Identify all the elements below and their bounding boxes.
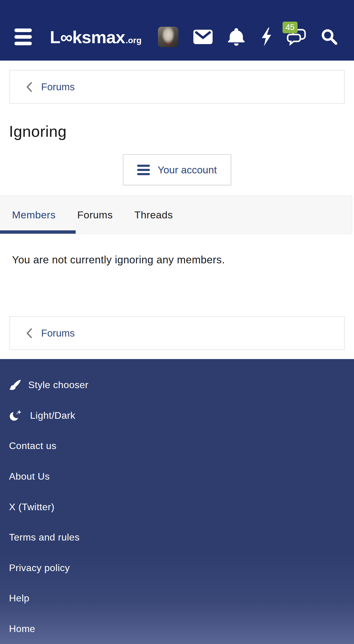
breadcrumb-label: Forums [41,328,75,339]
footer-link-label: Home [9,623,35,634]
footer-contact-us[interactable]: Contact us [9,431,345,461]
messages-button[interactable] [193,29,213,44]
paintbrush-icon [9,379,21,391]
footer-style-chooser[interactable]: Style chooser [9,370,345,400]
footer-light-dark[interactable]: Light/Dark [9,400,345,431]
footer-link-label: Help [9,593,29,604]
empty-state-message: You are not currently ignoring any membe… [12,254,354,266]
tab-forums[interactable]: Forums [77,209,113,221]
breadcrumb-bottom: Forums [9,316,345,350]
account-button-row: Your account [0,154,354,185]
footer-about-us[interactable]: About Us [9,461,345,492]
menu-bar [14,28,32,32]
footer-link-label: Style chooser [28,379,88,391]
active-tab-indicator [0,230,76,234]
unread-count-badge: 45 [283,22,298,33]
footer-link-label: About Us [9,471,50,482]
breadcrumb-label: Forums [41,81,75,93]
search-button[interactable] [321,28,338,46]
footer-link-label: Contact us [9,440,56,451]
breadcrumb-top: Forums [9,70,345,104]
footer-privacy-policy[interactable]: Privacy policy [9,553,345,583]
footer-x-twitter[interactable]: X (Twitter) [9,492,345,522]
menu-bar [14,35,32,39]
search-icon [321,28,338,46]
your-account-button[interactable]: Your account [123,154,231,185]
logo[interactable]: L∞ksmax .org [50,27,141,47]
alerts-button[interactable] [228,28,245,46]
chevron-left-icon [26,328,33,339]
header-icon-group: 45 [150,27,346,47]
footer-link-label: Privacy policy [9,562,70,574]
moon-icon [9,409,23,421]
whats-new-button[interactable] [260,27,272,46]
footer-link-label: X (Twitter) [9,502,54,513]
menu-icon[interactable] [14,28,32,45]
envelope-icon [193,29,213,44]
footer-home[interactable]: Home [9,614,345,644]
footer-help[interactable]: Help [9,583,345,614]
tab-members[interactable]: Members [12,209,56,221]
logo-brand-text: L∞ksmax [50,27,125,47]
breadcrumb-forums-link[interactable]: Forums [26,328,75,339]
your-account-label: Your account [158,164,217,176]
logo-tld-text: .org [126,36,141,45]
page-title: Ignoring [9,119,354,143]
footer-link-label: Terms and rules [9,532,80,543]
footer-terms-and-rules[interactable]: Terms and rules [9,522,345,553]
page-footer: Style chooser Light/Dark Contact us Abou… [0,359,354,644]
tab-strip: Members Forums Threads [0,196,352,234]
menu-icon-small [137,165,150,175]
breadcrumb-forums-link[interactable]: Forums [26,81,75,93]
footer-link-label: Light/Dark [30,410,75,421]
tab-threads[interactable]: Threads [134,209,173,221]
menu-bar [14,42,32,45]
avatar [158,27,178,47]
user-avatar[interactable] [158,27,178,47]
app-header: L∞ksmax .org [0,0,354,61]
conversations-button[interactable]: 45 [287,28,306,46]
chevron-left-icon [26,82,33,92]
bell-icon [228,28,245,46]
lightning-icon [260,27,272,46]
